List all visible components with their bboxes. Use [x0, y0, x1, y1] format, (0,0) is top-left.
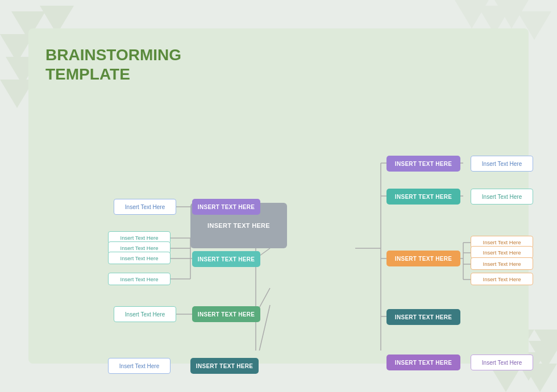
left-branch-3-main[interactable]: INSERT TEXT HERE: [192, 306, 260, 322]
rb3-child-2[interactable]: Insert Text Here: [471, 246, 533, 258]
right-branch-1-sub[interactable]: Insert Text Here: [471, 156, 533, 172]
right-branch-4-main[interactable]: INSERT TEXT HERE: [386, 309, 460, 325]
right-branch-2-sub[interactable]: Insert Text Here: [471, 189, 533, 205]
svg-marker-12: [534, 330, 557, 358]
right-branch-3-main[interactable]: INSERT TEXT HERE: [386, 251, 460, 266]
right-branch-1-main[interactable]: INSERT TEXT HERE: [386, 156, 460, 172]
rb3-child-4[interactable]: Insert Text Here: [471, 273, 533, 285]
right-branch-2-main[interactable]: INSERT TEXT HERE: [386, 189, 460, 205]
left-branch-2-main[interactable]: INSERT TEXT HERE: [192, 251, 260, 267]
left-branch-3-sub[interactable]: Insert Text Here: [114, 306, 176, 322]
rb3-child-3[interactable]: Insert Text Here: [471, 257, 533, 270]
lb2-child-3[interactable]: Insert Text Here: [108, 252, 171, 264]
left-branch-4-main[interactable]: INSERT TEXT HERE: [190, 358, 259, 374]
lb2-child-4[interactable]: Insert Text Here: [108, 273, 171, 285]
left-branch-1-main[interactable]: INSERT TEXT HERE: [192, 199, 260, 215]
svg-marker-16: [494, 0, 529, 28]
mindmap-container: INSERT TEXT HERE INSERT TEXT HERE Insert…: [45, 95, 512, 351]
right-branch-5-main[interactable]: INSERT TEXT HERE: [386, 355, 460, 370]
left-branch-4-sub[interactable]: Insert Text Here: [108, 358, 171, 374]
page-title: BRAINSTORMING TEMPLATE: [45, 45, 512, 84]
main-card: BRAINSTORMING TEMPLATE: [28, 28, 529, 364]
svg-marker-14: [455, 0, 489, 28]
right-branch-5-sub[interactable]: Insert Text Here: [471, 355, 533, 370]
left-branch-1-sub[interactable]: Insert Text Here: [114, 199, 176, 215]
